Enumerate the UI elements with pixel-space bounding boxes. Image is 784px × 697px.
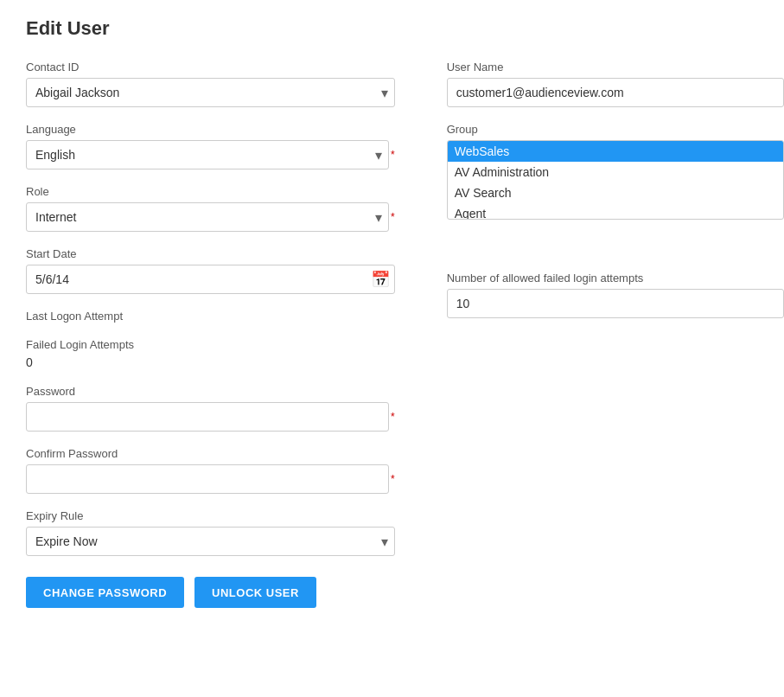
role-label: Role [26,185,395,198]
expiry-rule-field: Expiry Rule Expire NowNever Expire30 Day… [26,509,395,556]
start-date-input[interactable] [26,265,395,294]
expiry-rule-label: Expiry Rule [26,509,395,522]
contact-id-label: Contact ID [26,61,395,74]
start-date-wrapper: 📅 [26,265,395,294]
group-item-websales[interactable]: WebSales [448,141,783,162]
role-wrapper: InternetAdminStaff ▾ [26,202,389,232]
username-input[interactable] [447,78,784,107]
role-field: Role InternetAdminStaff ▾ * [26,185,395,232]
action-buttons: CHANGE PASSWORD UNLOCK USER [26,577,395,608]
password-label: Password [26,385,395,398]
last-logon-field: Last Logon Attempt [26,310,395,323]
allowed-failed-field: Number of allowed failed login attempts … [447,272,784,318]
allowed-failed-input[interactable] [447,289,784,318]
username-label: User Name [447,61,784,74]
failed-login-label: Failed Login Attempts [26,338,395,351]
failed-login-value: 0 [26,355,395,369]
calendar-icon[interactable]: 📅 [371,270,390,289]
group-listbox[interactable]: WebSales AV Administration AV Search Age… [447,140,784,220]
contact-id-select[interactable]: Abigail Jackson [26,78,395,107]
language-wrapper: EnglishFrenchSpanish ▾ [26,140,389,169]
group-item-agent[interactable]: Agent [448,203,783,220]
group-label: Group [447,123,784,136]
start-date-field: Start Date 📅 [26,247,395,294]
language-select[interactable]: EnglishFrenchSpanish [26,140,389,169]
confirm-password-input[interactable] [26,464,389,494]
language-required: * [391,149,395,161]
expiry-rule-select[interactable]: Expire NowNever Expire30 Days60 Days90 D… [26,527,395,556]
change-password-button[interactable]: CHANGE PASSWORD [26,577,184,608]
role-required: * [391,211,395,223]
username-field: User Name * [447,61,784,107]
language-label: Language [26,123,395,136]
last-logon-label: Last Logon Attempt [26,310,395,323]
group-field: Group WebSales AV Administration AV Sear… [447,123,784,220]
password-field: Password * [26,385,395,432]
confirm-password-label: Confirm Password [26,447,395,460]
right-column: User Name * Group WebSales AV Administra… [447,61,784,608]
contact-id-wrapper: Abigail Jackson ▾ [26,78,395,107]
start-date-label: Start Date [26,247,395,260]
failed-login-field: Failed Login Attempts 0 [26,338,395,369]
page-title: Edit User [26,17,758,40]
language-field: Language EnglishFrenchSpanish ▾ * [26,123,395,169]
confirm-password-field: Confirm Password * [26,447,395,494]
group-item-av-search[interactable]: AV Search [448,182,783,203]
left-column: Contact ID Abigail Jackson ▾ Language En… [26,61,395,608]
allowed-failed-label: Number of allowed failed login attempts [447,272,784,285]
contact-id-field: Contact ID Abigail Jackson ▾ [26,61,395,107]
confirm-password-required: * [391,473,395,485]
role-select[interactable]: InternetAdminStaff [26,202,389,232]
password-input[interactable] [26,402,389,432]
unlock-user-button[interactable]: UNLOCK USER [194,577,316,608]
password-required: * [391,411,395,423]
expiry-rule-wrapper: Expire NowNever Expire30 Days60 Days90 D… [26,527,395,556]
group-item-av-administration[interactable]: AV Administration [448,162,783,182]
